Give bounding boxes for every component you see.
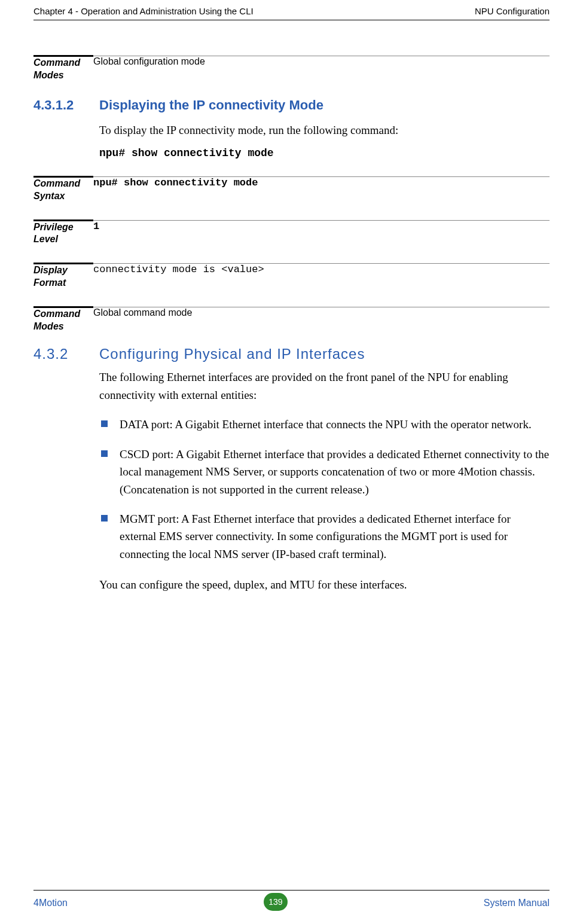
- block-command-syntax: Command Syntax npu# show connectivity mo…: [33, 176, 550, 203]
- section-4-3-2-tail: You can configure the speed, duplex, and…: [99, 576, 550, 593]
- label-command-modes-2: Command Modes: [33, 308, 93, 333]
- header-left: Chapter 4 - Operation and Administration…: [33, 6, 254, 16]
- block-command-modes-1: Command Modes Global configuration mode: [33, 55, 550, 82]
- label-privilege-level: Privilege Level: [33, 221, 93, 246]
- section-4-3-1-2-title: Displaying the IP connectivity Mode: [99, 97, 323, 112]
- value-command-syntax: npu# show connectivity mode: [93, 177, 258, 188]
- value-privilege-level: 1: [93, 221, 99, 232]
- block-privilege-level: Privilege Level 1: [33, 219, 550, 246]
- label-command-modes-1: Command Modes: [33, 57, 93, 82]
- section-4-3-1-2-heading: 4.3.1.2 Displaying the IP connectivity M…: [33, 97, 550, 113]
- section-4-3-1-2-number: 4.3.1.2: [33, 97, 74, 112]
- section-4-3-2-heading: 4.3.2 Configuring Physical and IP Interf…: [33, 346, 550, 362]
- header-right: NPU Configuration: [475, 6, 550, 16]
- value-command-modes-2: Global command mode: [93, 307, 192, 318]
- page-number-badge: 139: [264, 893, 288, 911]
- page-footer: 4Motion 139 System Manual: [33, 890, 550, 912]
- page-header: Chapter 4 - Operation and Administration…: [33, 0, 550, 20]
- list-item: DATA port: A Gigabit Ethernet interface …: [99, 416, 550, 433]
- section-4-3-2-number: 4.3.2: [33, 346, 68, 362]
- section-4-3-2-title: Configuring Physical and IP Interfaces: [99, 346, 365, 362]
- block-display-format: Display Format connectivity mode is <val…: [33, 263, 550, 289]
- list-item: CSCD port: A Gigabit Ethernet interface …: [99, 446, 550, 498]
- footer-right: System Manual: [484, 898, 550, 908]
- label-command-syntax: Command Syntax: [33, 178, 93, 203]
- section-4-3-1-2-para: To display the IP connectivity mode, run…: [99, 121, 550, 139]
- list-item: MGMT port: A Fast Ethernet interface tha…: [99, 510, 550, 563]
- section-4-3-1-2-command: npu# show connectivity mode: [99, 147, 550, 159]
- value-display-format: connectivity mode is <value>: [93, 264, 264, 275]
- section-4-3-2-bullets: DATA port: A Gigabit Ethernet interface …: [99, 416, 550, 563]
- block-command-modes-2: Command Modes Global command mode: [33, 306, 550, 333]
- section-4-3-2-para: The following Ethernet interfaces are pr…: [99, 368, 550, 404]
- label-display-format: Display Format: [33, 264, 93, 289]
- footer-left: 4Motion: [33, 898, 68, 908]
- value-command-modes-1: Global configuration mode: [93, 56, 205, 66]
